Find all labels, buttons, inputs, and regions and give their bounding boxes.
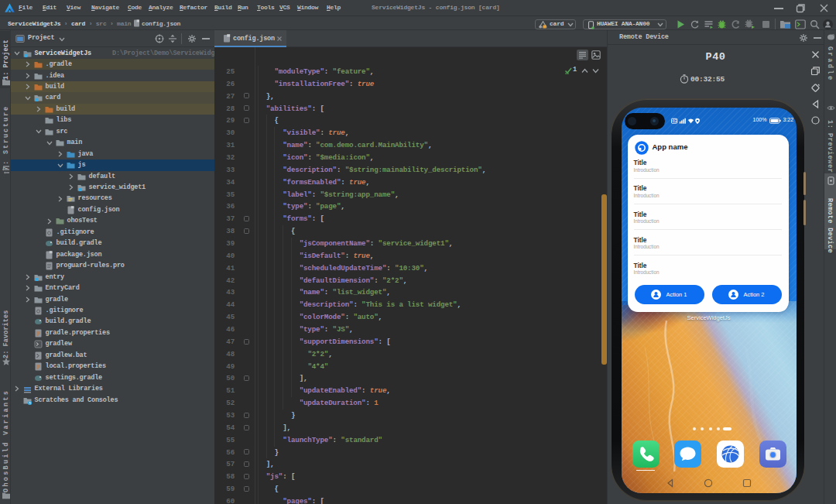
svg-text:4G: 4G	[672, 119, 677, 123]
